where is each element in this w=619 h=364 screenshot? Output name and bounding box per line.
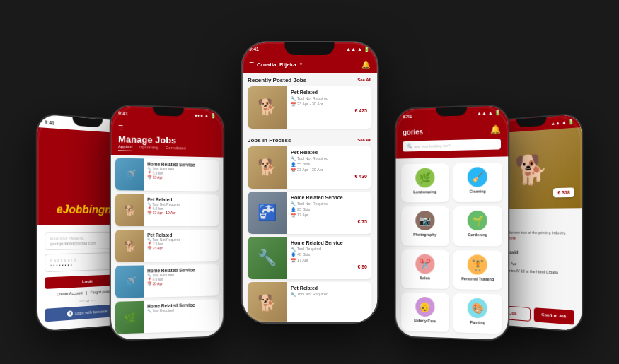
tab-applied[interactable]: Applied [118, 144, 132, 151]
category-icon: 👴 [415, 297, 434, 317]
category-photography[interactable]: 📷 Photography [401, 206, 449, 245]
search-bar[interactable]: 🔍 are you looking for? [403, 139, 501, 151]
category-label: Salon [420, 276, 430, 280]
category-painting[interactable]: 🎨 Painting [453, 293, 502, 334]
category-icon: 🌿 [415, 168, 434, 187]
see-all-recent[interactable]: See All [357, 78, 371, 82]
manage-jobs-screen: 9:41 ●●● ▲ 🔋 ☰ Manage Jobs Applied Upcom… [111, 105, 224, 340]
app-header: ☰ Croatia, Rijeka ▼ 🔔 [242, 55, 377, 73]
list-item[interactable]: 🔧 Home Related Service 🔧 Tool Required 👤… [248, 237, 371, 279]
list-item[interactable]: 🚰 Home Related Service 🔧 Tool Not Requir… [248, 192, 371, 234]
main-content: Recently Posted Jobs See All 🐕 Pet Relat… [242, 73, 377, 322]
status-time: 9:41 [249, 47, 259, 52]
app-logo: eJobbingng [57, 204, 117, 217]
job-thumbnail: 🐕 [248, 86, 287, 129]
status-icons: ▲▲ ▲ 🔋 [477, 110, 501, 117]
recently-posted-section: Recently Posted Jobs See All 🐕 Pet Relat… [248, 77, 371, 131]
list-item[interactable]: 🌿 Home Related Service 🔧 Tool Required [115, 299, 219, 334]
job-card-body: Pet Related 🔧 Tool Not Required 👤 55 Bid… [287, 146, 371, 189]
jobs-list: 🚿 Home Related Service 🔧 Tool Required 📍… [111, 155, 224, 340]
category-label: Photography [413, 233, 436, 237]
job-thumbnail: 🚰 [248, 192, 287, 234]
category-label: Gardening [468, 233, 487, 237]
job-info: Pet Related 🔧 Tool Not Required 📍 7.5 km… [147, 230, 219, 262]
category-landscaping[interactable]: 🌿 Landscaping [401, 163, 449, 203]
status-icons: ●●● ▲ 🔋 [195, 112, 216, 119]
list-item[interactable]: 🐕 Pet Related 🔧 Tool Not Required [248, 282, 371, 322]
see-all-process[interactable]: See All [357, 138, 371, 142]
section-header: Jobs In Process See All [248, 137, 371, 143]
job-thumbnail: 🐕 [248, 282, 287, 322]
category-label: Personal Training [461, 276, 494, 281]
price-badge: € 318 [553, 187, 574, 197]
job-info: Home Related Service 🔧 Tool Required 📍 6… [147, 264, 219, 298]
status-time: 9:41 [118, 110, 128, 116]
category-salon[interactable]: ✂️ Salon [401, 249, 449, 289]
category-icon: 🌱 [468, 211, 487, 230]
phone-manage-jobs: 9:41 ●●● ▲ 🔋 ☰ Manage Jobs Applied Upcom… [110, 104, 225, 341]
job-card-body: Home Related Service 🔧 Tool Required 👤 4… [287, 237, 371, 279]
notification-bell-icon[interactable]: 🔔 [361, 61, 370, 69]
job-info: Home Related Service 🔧 Tool Required 📍 5… [147, 158, 219, 191]
header-left: ☰ Croatia, Rijeka ▼ [249, 61, 303, 68]
job-thumbnail: 🌿 [115, 301, 144, 334]
category-personal-training[interactable]: 🏋️ Personal Training [453, 250, 502, 290]
center-screen: 9:41 ▲▲ ▲ 🔋 ☰ Croatia, Rijeka ▼ 🔔 Recent… [242, 42, 377, 322]
job-thumbnail: 🚿 [115, 158, 144, 191]
section-header: Recently Posted Jobs See All [248, 77, 371, 83]
header-top: gories 🔔 [403, 124, 501, 137]
header-top: ☰ [118, 124, 216, 134]
list-item[interactable]: 🐕 Pet Related 🔧 Tool Not Required 📅 23 A… [248, 86, 371, 129]
phone-center: 9:41 ▲▲ ▲ 🔋 ☰ Croatia, Rijeka ▼ 🔔 Recent… [241, 41, 378, 324]
categories-header: gories 🔔 🔍 are you looking for? [396, 118, 509, 158]
location-text: Croatia, Rijeka [257, 61, 296, 68]
manage-jobs-header: ☰ Manage Jobs Applied Upcoming Completed [111, 118, 224, 157]
list-item[interactable]: 🐕 Pet Related 🔧 Tool Not Required 👤 55 B… [248, 146, 371, 189]
list-item[interactable]: 🐕 Pet Related 🔧 Tool Not Required 📍 7.5 … [115, 230, 219, 262]
category-elderly-care[interactable]: 👴 Elderly Care [401, 292, 449, 332]
section-title: Recently Posted Jobs [248, 77, 306, 83]
confirm-job-button[interactable]: Confirm Job [533, 307, 574, 324]
dog-image: 🐕 [515, 152, 549, 187]
search-placeholder: are you looking for? [414, 143, 450, 148]
job-thumbnail: 🐕 [248, 146, 287, 189]
job-thumbnail: 🐕 [115, 230, 144, 262]
job-thumbnail: 🐕 [115, 194, 144, 226]
category-icon: 🏋️ [468, 254, 487, 275]
category-icon: 🎨 [468, 298, 487, 318]
dropdown-icon[interactable]: ▼ [299, 62, 303, 66]
category-icon: 📷 [415, 211, 434, 230]
hamburger-icon[interactable]: ☰ [249, 61, 254, 68]
job-card-body: Home Related Service 🔧 Tool Not Required… [287, 192, 371, 234]
categories-grid: 🌿 Landscaping 🧹 Cleaning 📷 Photography 🌱… [396, 156, 509, 340]
category-gardening[interactable]: 🌱 Gardening [453, 206, 502, 246]
facebook-icon: f [67, 311, 73, 317]
list-item[interactable]: 🚿 Home Related Service 🔧 Tool Required 📍… [115, 158, 219, 192]
job-thumbnail: 🚿 [115, 265, 144, 298]
jobs-in-process-section: Jobs In Process See All 🐕 Pet Related 🔧 … [248, 137, 371, 322]
category-label: Elderly Care [414, 318, 436, 323]
create-account-link[interactable]: Create Account [57, 291, 83, 297]
search-icon: 🔍 [407, 143, 412, 148]
job-info: Pet Related 🔧 Tool Not Required 📍 6.0 km… [147, 194, 219, 226]
job-card-body: Pet Related 🔧 Tool Not Required 📅 23 Apr… [287, 86, 371, 129]
category-icon: ✂️ [415, 254, 434, 274]
bell-icon[interactable]: 🔔 [490, 124, 501, 135]
tab-completed[interactable]: Completed [166, 146, 185, 153]
page-title: gories [403, 128, 423, 136]
category-cleaning[interactable]: 🧹 Cleaning [453, 163, 502, 203]
list-item[interactable]: 🚿 Home Related Service 🔧 Tool Required 📍… [115, 264, 219, 298]
job-card-body: Pet Related 🔧 Tool Not Required [287, 282, 371, 322]
category-label: Landscaping [413, 189, 436, 194]
tab-upcoming[interactable]: Upcoming [139, 145, 158, 152]
list-item[interactable]: 🐕 Pet Related 🔧 Tool Not Required 📍 6.0 … [115, 194, 219, 226]
status-icons: ▲▲ ▲ 🔋 [550, 119, 574, 127]
notch [285, 42, 335, 55]
notch [152, 107, 183, 117]
category-icon: 🧹 [468, 167, 487, 187]
category-label: Painting [470, 320, 485, 325]
hamburger-icon[interactable]: ☰ [118, 124, 123, 131]
category-label: Cleaning [469, 189, 485, 193]
section-title: Jobs In Process [248, 137, 291, 143]
status-time: 9:41 [45, 119, 54, 125]
